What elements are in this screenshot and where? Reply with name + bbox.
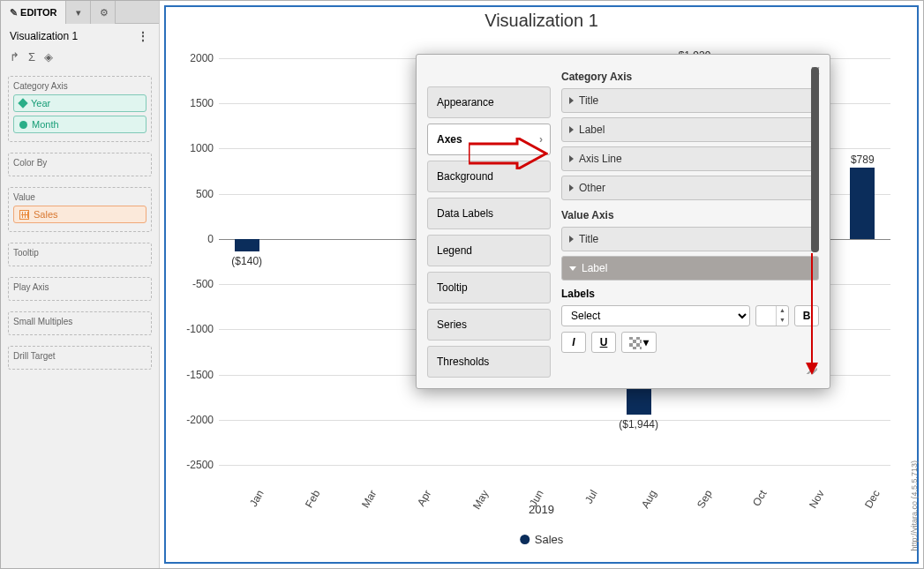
x-tick-label: Mar bbox=[359, 488, 379, 510]
x-axis-group-label: 2019 bbox=[529, 503, 554, 516]
accordion-cat-other[interactable]: Other bbox=[561, 176, 819, 200]
x-tick-label: Apr bbox=[415, 488, 433, 508]
legend-swatch-sales bbox=[520, 535, 530, 544]
chart-copyright: http://vitara.co (4.5.5.713) bbox=[910, 460, 919, 551]
zone-small-multiples[interactable]: Small Multiples bbox=[8, 311, 152, 335]
zone-title: Small Multiples bbox=[13, 317, 146, 326]
x-tick-label: Dec bbox=[862, 488, 883, 510]
pill-year[interactable]: Year bbox=[13, 94, 146, 112]
chart-title: Visualization 1 bbox=[166, 11, 917, 31]
resize-grip[interactable] bbox=[807, 363, 817, 374]
pill-sales[interactable]: Sales bbox=[13, 206, 146, 223]
labels-font-select[interactable]: Select bbox=[561, 305, 750, 326]
triangle-right-icon bbox=[569, 236, 574, 243]
funnel-icon: ▾ bbox=[76, 7, 81, 18]
labels-size-spinner[interactable]: ▲▼ bbox=[755, 305, 789, 326]
modal-content: Category Axis Title Label Axis Line Othe… bbox=[561, 67, 819, 376]
viz-name: Visualization 1 bbox=[10, 30, 78, 42]
menu-legend[interactable]: Legend bbox=[427, 235, 551, 266]
menu-data-labels[interactable]: Data Labels bbox=[427, 198, 551, 229]
pill-sales-label: Sales bbox=[34, 209, 58, 220]
x-tick-label: May bbox=[470, 488, 491, 512]
bar-data-label: $789 bbox=[851, 153, 875, 166]
tool-new-icon[interactable]: ↱ bbox=[10, 50, 19, 64]
zone-category-axis[interactable]: Category Axis Year Month bbox=[8, 76, 152, 142]
y-tick-label: 2000 bbox=[190, 52, 214, 64]
tool-diamond-icon[interactable]: ◈ bbox=[44, 50, 53, 64]
accordion-val-label[interactable]: Label bbox=[561, 256, 819, 281]
tab-editor-label: EDITOR bbox=[20, 7, 56, 18]
zone-title: Color By bbox=[13, 158, 146, 168]
menu-series[interactable]: Series bbox=[427, 309, 551, 341]
y-tick-label: 1000 bbox=[190, 142, 214, 154]
zone-drill-target[interactable]: Drill Target bbox=[8, 346, 152, 370]
viz-header: Visualization 1 ⋮ bbox=[1, 24, 159, 49]
tool-sigma-icon[interactable]: Σ bbox=[28, 50, 35, 64]
section-category-axis: Category Axis bbox=[561, 71, 819, 83]
zone-title: Drill Target bbox=[13, 351, 146, 361]
bar-data-label: ($140) bbox=[231, 255, 262, 267]
labels-heading: Labels bbox=[561, 288, 819, 300]
spinner-down-icon[interactable]: ▼ bbox=[777, 316, 788, 326]
labels-italic-button[interactable]: I bbox=[561, 332, 586, 353]
y-tick-label: 500 bbox=[196, 188, 214, 200]
x-tick-label: Aug bbox=[639, 488, 659, 510]
labels-underline-button[interactable]: U bbox=[591, 332, 616, 353]
menu-axes-label: Axes bbox=[437, 133, 462, 146]
x-tick-label: Jul bbox=[582, 488, 600, 505]
chart-area: Visualization 1 -2500-2000-1500-1000-500… bbox=[160, 1, 923, 568]
y-tick-label: -2000 bbox=[186, 414, 214, 426]
zone-play-axis[interactable]: Play Axis bbox=[8, 277, 152, 301]
caret-down-icon: ▾ bbox=[643, 336, 649, 348]
zone-title: Play Axis bbox=[13, 282, 146, 292]
menu-thresholds[interactable]: Thresholds bbox=[427, 346, 551, 378]
menu-appearance[interactable]: Appearance bbox=[427, 86, 551, 118]
chart-settings-modal: × Appearance Axes› Background Data Label… bbox=[416, 54, 830, 389]
chart-legend[interactable]: Sales bbox=[520, 533, 564, 546]
bar-data-label: ($1,944) bbox=[619, 418, 658, 430]
editor-tabs: ✎ EDITOR ▾ ⚙ bbox=[1, 1, 159, 24]
scroll-thumb[interactable] bbox=[811, 67, 819, 252]
viz-menu-button[interactable]: ⋮ bbox=[137, 29, 150, 43]
chart-bar[interactable] bbox=[850, 168, 875, 239]
y-tick-label: -500 bbox=[192, 278, 214, 290]
modal-menu: Appearance Axes› Background Data Labels … bbox=[427, 86, 551, 376]
tab-settings[interactable]: ⚙ bbox=[91, 1, 116, 24]
accordion-label: Axis Line bbox=[579, 153, 622, 165]
triangle-down-icon bbox=[569, 266, 576, 271]
accordion-label: Title bbox=[579, 233, 598, 245]
menu-background[interactable]: Background bbox=[427, 161, 551, 192]
spinner-up-icon[interactable]: ▲ bbox=[777, 306, 788, 316]
zone-value[interactable]: Value Sales bbox=[8, 187, 152, 232]
chart-bar[interactable] bbox=[235, 239, 259, 251]
accordion-label: Label bbox=[582, 262, 607, 274]
y-tick-label: -1000 bbox=[186, 323, 214, 335]
accordion-label: Label bbox=[579, 124, 605, 136]
accordion-cat-title[interactable]: Title bbox=[561, 88, 819, 113]
y-tick-label: 0 bbox=[207, 233, 214, 245]
zone-color-by[interactable]: Color By bbox=[8, 153, 152, 176]
menu-tooltip[interactable]: Tooltip bbox=[427, 272, 551, 303]
triangle-right-icon bbox=[569, 184, 574, 191]
accordion-label: Title bbox=[579, 94, 598, 107]
menu-axes[interactable]: Axes› bbox=[427, 124, 551, 155]
modal-scrollbar[interactable] bbox=[810, 67, 819, 376]
pill-month[interactable]: Month bbox=[13, 116, 146, 133]
tab-filter[interactable]: ▾ bbox=[66, 1, 91, 24]
triangle-right-icon bbox=[569, 126, 574, 133]
legend-label: Sales bbox=[535, 533, 564, 546]
accordion-cat-label[interactable]: Label bbox=[561, 117, 819, 142]
zone-title: Tooltip bbox=[13, 248, 146, 258]
tab-editor-icon: ✎ bbox=[10, 7, 18, 18]
triangle-right-icon bbox=[569, 97, 574, 104]
triangle-right-icon bbox=[569, 155, 574, 162]
pill-month-label: Month bbox=[32, 119, 59, 130]
x-tick-label: Oct bbox=[750, 488, 769, 508]
pill-year-label: Year bbox=[31, 98, 50, 109]
chevron-right-icon: › bbox=[539, 133, 543, 146]
tab-editor[interactable]: ✎ EDITOR bbox=[1, 1, 66, 24]
accordion-cat-axis-line[interactable]: Axis Line bbox=[561, 146, 819, 171]
zone-tooltip[interactable]: Tooltip bbox=[8, 243, 152, 266]
accordion-val-title[interactable]: Title bbox=[561, 227, 819, 251]
labels-color-button[interactable]: ▾ bbox=[621, 332, 657, 353]
